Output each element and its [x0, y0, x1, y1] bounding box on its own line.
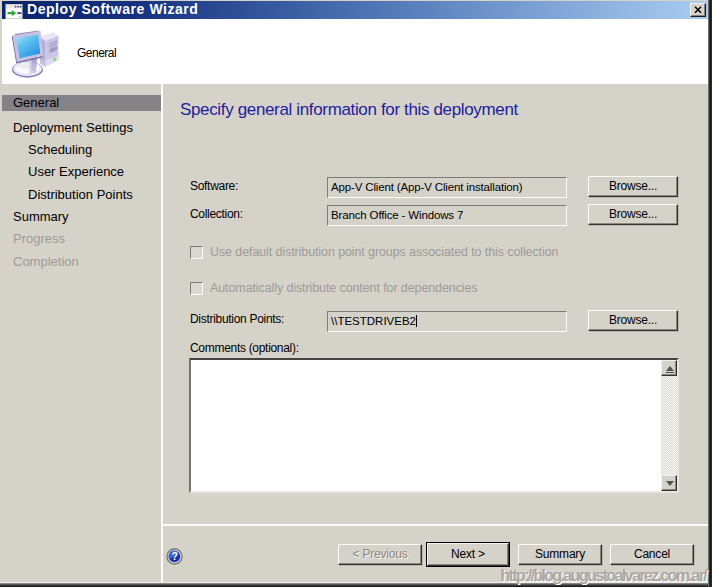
- svg-text:?: ?: [171, 550, 177, 562]
